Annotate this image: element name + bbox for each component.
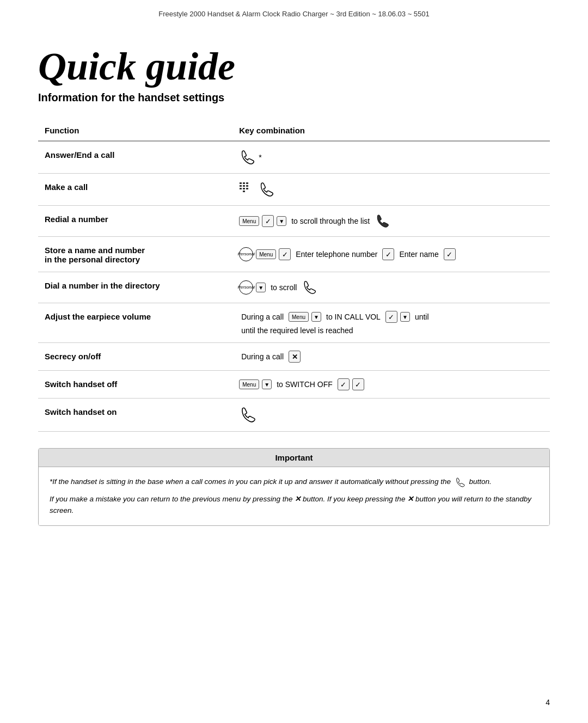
table-row: Dial a number in the directory Personal … — [38, 272, 550, 303]
volume-during-call: During a call — [241, 313, 284, 321]
down-arrow-volume: ▼ — [311, 312, 321, 322]
function-label-switch-on: Switch handset on — [38, 399, 232, 432]
key-combo-make-call — [232, 174, 550, 206]
down-arrow-switchoff: ▼ — [262, 379, 272, 389]
key-combo-answer: * — [232, 141, 550, 174]
x-icon-secrecy: ✕ — [289, 351, 301, 363]
table-row: Secrecy on/off During a call ✕ — [38, 343, 550, 371]
key-combo-redial: Menu ✓ ▼ to scroll through the list — [232, 206, 550, 237]
table-row: Store a name and numberin the personal d… — [38, 237, 550, 272]
phone-icon-note1 — [455, 477, 465, 488]
svg-rect-8 — [246, 188, 248, 189]
function-label-switch-off: Switch handset off — [38, 371, 232, 399]
svg-rect-2 — [246, 182, 248, 184]
down-arrow-dial: ▼ — [256, 283, 266, 292]
store-enter-tel: Enter telephone number — [296, 250, 377, 259]
table-header-row: Function Key combination — [38, 120, 550, 141]
phone-icon-switch-on — [239, 406, 256, 424]
main-table: Function Key combination Answer/End a ca… — [38, 120, 550, 432]
col-key-header: Key combination — [232, 120, 550, 141]
key-combo-store: Personal Menu ✓ Enter telephone number ✓… — [232, 237, 550, 272]
function-label-make-call: Make a call — [38, 174, 232, 206]
key-combo-switch-on — [232, 399, 550, 432]
table-row: Switch handset on — [38, 399, 550, 432]
secrecy-during-call: During a call — [241, 352, 284, 361]
table-row: Redial a number Menu ✓ ▼ to scroll throu… — [38, 206, 550, 237]
table-row: Switch handset off Menu ▼ to SWITCH OFF … — [38, 371, 550, 399]
phone-icon-answer — [239, 149, 255, 166]
svg-rect-5 — [246, 185, 248, 187]
phone-icon-redial — [375, 213, 390, 229]
important-body: *If the handset is sitting in the base w… — [39, 467, 549, 525]
menu-button-switchoff: Menu — [239, 379, 259, 389]
down-arrow-volume2: ▼ — [400, 312, 410, 322]
svg-rect-7 — [243, 188, 245, 189]
check-icon-switchoff1: ✓ — [338, 378, 350, 390]
dial-to-scroll: to scroll — [271, 283, 297, 292]
check-icon-volume1: ✓ — [385, 311, 397, 323]
redial-scroll-text: to scroll through the list — [291, 217, 370, 225]
check-icon-store1: ✓ — [279, 248, 291, 260]
svg-rect-3 — [240, 185, 242, 187]
key-combo-secrecy: During a call ✕ — [232, 343, 550, 371]
function-label-dial-dir: Dial a number in the directory — [38, 272, 232, 303]
svg-rect-4 — [243, 185, 245, 187]
function-label-store: Store a name and numberin the personal d… — [38, 237, 232, 272]
menu-button-redial: Menu — [239, 216, 259, 226]
important-note1: *If the handset is sitting in the base w… — [50, 476, 538, 488]
svg-rect-6 — [240, 188, 242, 189]
volume-required-text: until the required level is reached — [241, 326, 353, 335]
key-combo-dial-dir: Personal ▼ to scroll — [232, 272, 550, 303]
check-icon-redial: ✓ — [262, 215, 274, 227]
table-row: Answer/End a call * — [38, 141, 550, 174]
important-box: Important *If the handset is sitting in … — [38, 448, 550, 526]
phone-icon-make-call — [258, 181, 274, 198]
check-icon-switchoff2: ✓ — [352, 378, 364, 390]
function-label-answer: Answer/End a call — [38, 141, 232, 174]
page-header: Freestyle 2000 Handset & Alarm Clock Rad… — [0, 0, 588, 23]
function-label-volume: Adjust the earpiece volume — [38, 303, 232, 343]
check-icon-store2: ✓ — [382, 248, 394, 260]
check-icon-store3: ✓ — [444, 248, 456, 260]
menu-button-store: Menu — [256, 249, 276, 259]
switch-off-to-text: to SWITCH OFF — [277, 380, 333, 389]
important-note2: If you make a mistake you can return to … — [50, 493, 538, 517]
down-arrow-redial: ▼ — [277, 216, 286, 226]
page-number: 4 — [546, 698, 550, 707]
table-row: Adjust the earpiece volume During a call… — [38, 303, 550, 343]
volume-to-incallvol: to IN CALL VOL — [326, 313, 381, 321]
key-combo-volume: During a call Menu ▼ to IN CALL VOL ✓ ▼ … — [232, 303, 550, 343]
menu-button-volume: Menu — [289, 312, 309, 322]
svg-rect-9 — [243, 191, 245, 192]
store-enter-name: Enter name — [399, 250, 438, 259]
table-row: Make a call — [38, 174, 550, 206]
svg-rect-0 — [240, 182, 242, 184]
asterisk-label: * — [259, 153, 261, 162]
page-title: Quick guide — [38, 45, 550, 88]
personal-icon-dial: Personal — [239, 280, 253, 295]
page-content: Quick guide Information for the handset … — [0, 23, 588, 548]
phone-icon-dial — [302, 280, 317, 295]
function-label-secrecy: Secrecy on/off — [38, 343, 232, 371]
personal-icon: Personal — [239, 247, 253, 261]
function-label-redial: Redial a number — [38, 206, 232, 237]
col-function-header: Function — [38, 120, 232, 141]
keypad-icon — [239, 182, 254, 198]
header-text: Freestyle 2000 Handset & Alarm Clock Rad… — [158, 10, 430, 18]
important-header: Important — [39, 449, 549, 467]
key-combo-switch-off: Menu ▼ to SWITCH OFF ✓ ✓ — [232, 371, 550, 399]
page-subtitle: Information for the handset settings — [38, 91, 550, 104]
svg-rect-1 — [243, 182, 245, 184]
volume-until: until — [415, 313, 429, 321]
